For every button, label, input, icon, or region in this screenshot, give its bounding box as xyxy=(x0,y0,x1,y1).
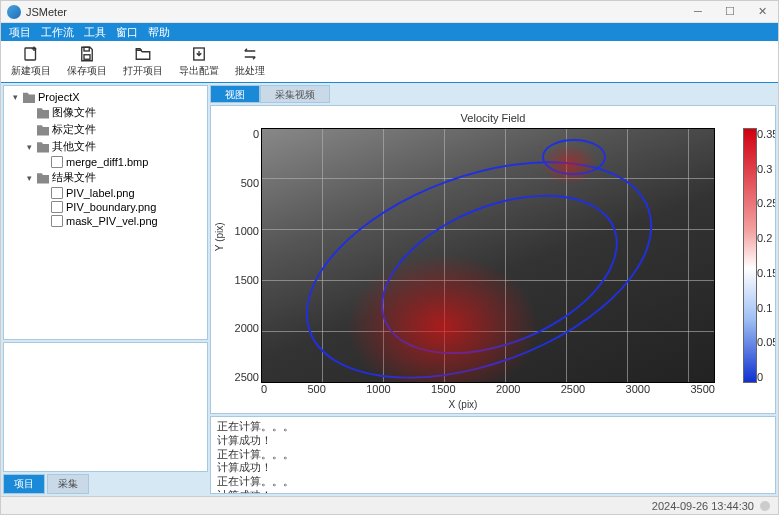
toolbar: 新建项目 保存项目 打开项目 导出配置 批处理 xyxy=(1,41,778,83)
tree-file[interactable]: PIV_boundary.png xyxy=(6,200,205,214)
x-ticks: 0500100015002000250030003500 xyxy=(261,383,715,395)
status-timestamp: 2024-09-26 13:44:30 xyxy=(652,500,754,512)
minimize-button[interactable]: ─ xyxy=(688,5,708,18)
tab-project[interactable]: 项目 xyxy=(3,474,45,494)
window-title: JSMeter xyxy=(26,6,688,18)
chart-panel[interactable]: Velocity Field Y (pix) 05001000150020002… xyxy=(210,105,776,414)
console-line: 正在计算。。。 xyxy=(217,475,769,489)
toolbar-label: 打开项目 xyxy=(123,64,163,78)
y-axis-label: Y (pix) xyxy=(214,222,225,251)
title-bar: JSMeter ─ ☐ ✕ xyxy=(1,1,778,23)
tree-root[interactable]: ▾ProjectX xyxy=(6,90,205,104)
file-icon xyxy=(51,187,63,199)
console-output[interactable]: 正在计算。。。 计算成功！ 正在计算。。。 计算成功！ 正在计算。。。 计算成功… xyxy=(210,416,776,494)
new-project-button[interactable]: 新建项目 xyxy=(7,43,55,80)
toolbar-label: 保存项目 xyxy=(67,64,107,78)
contour-line xyxy=(358,163,641,385)
console-line: 计算成功！ xyxy=(217,461,769,475)
menu-workflow[interactable]: 工作流 xyxy=(37,25,78,40)
close-button[interactable]: ✕ xyxy=(752,5,772,18)
tab-capture-video[interactable]: 采集视频 xyxy=(260,85,330,103)
batch-process-button[interactable]: 批处理 xyxy=(231,43,269,80)
toolbar-label: 新建项目 xyxy=(11,64,51,78)
console-line: 正在计算。。。 xyxy=(217,448,769,462)
tree-folder[interactable]: 图像文件 xyxy=(6,104,205,121)
save-project-button[interactable]: 保存项目 xyxy=(63,43,111,80)
contour-line xyxy=(542,139,605,174)
folder-icon xyxy=(37,141,49,153)
folder-icon xyxy=(37,107,49,119)
export-icon xyxy=(190,45,208,63)
tree-folder[interactable]: ▾结果文件 xyxy=(6,169,205,186)
left-bottom-tabs: 项目 采集 xyxy=(3,474,208,494)
colorbar xyxy=(743,128,757,383)
chart-title: Velocity Field xyxy=(211,112,775,124)
toolbar-label: 批处理 xyxy=(235,64,265,78)
plot-area[interactable] xyxy=(261,128,715,383)
menu-bar: 项目 工作流 工具 窗口 帮助 xyxy=(1,23,778,41)
x-axis-label: X (pix) xyxy=(211,399,715,410)
open-icon xyxy=(134,45,152,63)
status-bar: 2024-09-26 13:44:30 xyxy=(1,496,778,514)
export-config-button[interactable]: 导出配置 xyxy=(175,43,223,80)
menu-project[interactable]: 项目 xyxy=(5,25,35,40)
contour-line xyxy=(277,118,682,414)
folder-icon xyxy=(23,91,35,103)
batch-icon xyxy=(241,45,259,63)
file-icon xyxy=(51,201,63,213)
folder-icon xyxy=(37,172,49,184)
new-project-icon xyxy=(22,45,40,63)
left-secondary-panel xyxy=(3,342,208,472)
console-line: 计算成功！ xyxy=(217,489,769,494)
tab-capture[interactable]: 采集 xyxy=(47,474,89,494)
tree-file[interactable]: PIV_label.png xyxy=(6,186,205,200)
svg-rect-2 xyxy=(84,55,90,60)
right-tabs: 视图 采集视频 xyxy=(210,85,776,103)
tree-folder[interactable]: 标定文件 xyxy=(6,121,205,138)
app-logo-icon xyxy=(7,5,21,19)
menu-help[interactable]: 帮助 xyxy=(144,25,174,40)
menu-window[interactable]: 窗口 xyxy=(112,25,142,40)
tree-file[interactable]: mask_PIV_vel.png xyxy=(6,214,205,228)
y-ticks: 05001000150020002500 xyxy=(233,128,259,383)
status-indicator-icon xyxy=(760,501,770,511)
file-icon xyxy=(51,156,63,168)
toolbar-label: 导出配置 xyxy=(179,64,219,78)
tree-folder[interactable]: ▾其他文件 xyxy=(6,138,205,155)
tab-view[interactable]: 视图 xyxy=(210,85,260,103)
maximize-button[interactable]: ☐ xyxy=(720,5,740,18)
folder-icon xyxy=(37,124,49,136)
tree-file[interactable]: merge_diff1.bmp xyxy=(6,155,205,169)
save-icon xyxy=(78,45,96,63)
open-project-button[interactable]: 打开项目 xyxy=(119,43,167,80)
console-line: 正在计算。。。 xyxy=(217,420,769,434)
file-icon xyxy=(51,215,63,227)
project-tree[interactable]: ▾ProjectX 图像文件 标定文件 ▾其他文件 merge_diff1.bm… xyxy=(3,85,208,340)
console-line: 计算成功！ xyxy=(217,434,769,448)
menu-tools[interactable]: 工具 xyxy=(80,25,110,40)
colorbar-ticks: 0.350.30.250.20.150.10.050 xyxy=(757,128,773,383)
svg-rect-1 xyxy=(84,47,89,51)
